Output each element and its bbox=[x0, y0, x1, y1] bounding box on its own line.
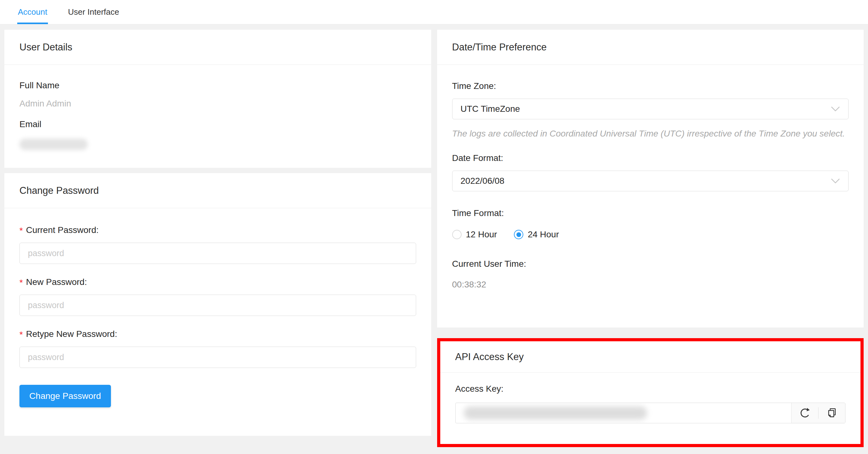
radio-12-hour[interactable]: 12 Hour bbox=[452, 229, 497, 239]
radio-12-hour-label: 12 Hour bbox=[466, 229, 497, 239]
settings-content: User Details Full Name Admin Admin Email… bbox=[0, 25, 868, 447]
full-name-value: Admin Admin bbox=[20, 99, 416, 109]
time-zone-selected-value: UTC TimeZone bbox=[461, 104, 520, 114]
radio-24-hour[interactable]: 24 Hour bbox=[514, 229, 559, 239]
new-password-label-row: * New Password: bbox=[20, 277, 416, 287]
retype-password-group: * Retype New Password: bbox=[20, 329, 416, 368]
change-password-title: Change Password bbox=[4, 173, 431, 208]
change-password-body: * Current Password: * New Password: bbox=[4, 208, 431, 407]
time-zone-label: Time Zone: bbox=[452, 81, 849, 91]
new-password-group: * New Password: bbox=[20, 277, 416, 316]
tab-user-interface[interactable]: User Interface bbox=[67, 0, 120, 24]
time-zone-select[interactable]: UTC TimeZone bbox=[452, 99, 849, 119]
email-value-redacted bbox=[20, 139, 88, 150]
access-key-actions bbox=[791, 403, 845, 423]
copy-access-key-button[interactable] bbox=[825, 406, 839, 421]
datetime-preference-body: Time Zone: UTC TimeZone The logs are col… bbox=[437, 65, 864, 290]
user-details-card: User Details Full Name Admin Admin Email bbox=[4, 30, 431, 168]
required-asterisk: * bbox=[20, 329, 23, 339]
change-password-button[interactable]: Change Password bbox=[20, 385, 111, 407]
new-password-label: New Password: bbox=[26, 277, 87, 287]
settings-page: Account User Interface User Details Full… bbox=[0, 0, 868, 454]
time-format-radio-group: 12 Hour 24 Hour bbox=[452, 229, 849, 239]
addon-divider bbox=[818, 407, 818, 419]
retype-password-input[interactable] bbox=[20, 347, 416, 368]
access-key-input-group bbox=[455, 403, 846, 423]
date-format-selected-value: 2022/06/08 bbox=[461, 176, 504, 186]
copy-icon bbox=[826, 407, 838, 419]
access-key-label: Access Key: bbox=[455, 384, 846, 394]
tab-account[interactable]: Account bbox=[17, 0, 48, 24]
current-password-label-row: * Current Password: bbox=[20, 225, 416, 235]
regenerate-access-key-button[interactable] bbox=[798, 406, 812, 421]
datetime-preference-card: Date/Time Preference Time Zone: UTC Time… bbox=[437, 30, 864, 327]
utc-note: The logs are collected in Coordinated Un… bbox=[452, 129, 849, 139]
full-name-label: Full Name bbox=[20, 80, 416, 91]
left-column: User Details Full Name Admin Admin Email… bbox=[4, 30, 431, 447]
api-access-key-highlight: API Access Key Access Key: bbox=[437, 338, 864, 447]
api-access-key-card: API Access Key Access Key: bbox=[440, 341, 861, 444]
radio-circle-unselected bbox=[452, 230, 462, 239]
current-password-input[interactable] bbox=[20, 242, 416, 264]
tab-bar: Account User Interface bbox=[0, 0, 868, 25]
user-details-title: User Details bbox=[4, 30, 431, 65]
current-user-time-value: 00:38:32 bbox=[452, 280, 849, 290]
time-format-label: Time Format: bbox=[452, 208, 849, 218]
api-access-key-title: API Access Key bbox=[440, 341, 861, 372]
date-format-select[interactable]: 2022/06/08 bbox=[452, 171, 849, 191]
change-password-card: Change Password * Current Password: * Ne… bbox=[4, 173, 431, 436]
new-password-input[interactable] bbox=[20, 295, 416, 316]
retype-password-label: Retype New Password: bbox=[26, 329, 117, 339]
retype-password-label-row: * Retype New Password: bbox=[20, 329, 416, 339]
chevron-down-icon bbox=[831, 106, 840, 112]
radio-circle-selected bbox=[514, 230, 523, 239]
current-user-time-label: Current User Time: bbox=[452, 259, 849, 269]
required-asterisk: * bbox=[20, 277, 23, 287]
email-label: Email bbox=[20, 119, 416, 129]
right-column: Date/Time Preference Time Zone: UTC Time… bbox=[437, 30, 864, 447]
access-key-value-redacted bbox=[464, 407, 647, 420]
refresh-icon bbox=[799, 407, 811, 419]
date-format-label: Date Format: bbox=[452, 153, 849, 163]
datetime-preference-title: Date/Time Preference bbox=[437, 30, 864, 65]
chevron-down-icon bbox=[831, 178, 840, 184]
current-password-group: * Current Password: bbox=[20, 225, 416, 264]
access-key-input[interactable] bbox=[456, 403, 792, 423]
radio-24-hour-label: 24 Hour bbox=[528, 229, 559, 239]
user-details-body: Full Name Admin Admin Email bbox=[4, 65, 431, 150]
current-password-label: Current Password: bbox=[26, 225, 99, 235]
api-access-key-body: Access Key: bbox=[440, 372, 861, 423]
required-asterisk: * bbox=[20, 225, 23, 235]
